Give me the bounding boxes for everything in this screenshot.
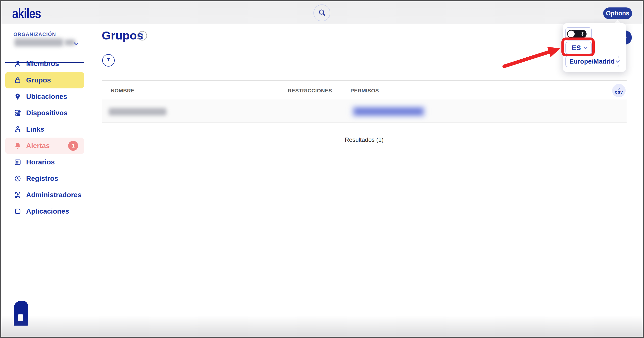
options-button-label: Options [606, 10, 629, 17]
sidebar-item-label: Dispositivos [26, 109, 68, 117]
app-window: akiles Options ORGANIZACIÓN [0, 0, 644, 338]
sidebar-item-label: Aplicaciones [26, 207, 69, 215]
lock-icon [14, 76, 22, 84]
column-header-nombre: NOMBRE [111, 88, 134, 94]
sidebar-item-label: Registros [26, 174, 58, 182]
sidebar-item-grupos[interactable]: Grupos [5, 72, 84, 88]
sidebar-item-label: Alertas [26, 142, 50, 150]
groups-table: NOMBRE RESTRICCIONES PERMISOS CSV [102, 80, 626, 123]
organization-name-redacted [14, 38, 63, 46]
organization-select[interactable] [1, 36, 85, 50]
calendar-icon [14, 158, 22, 166]
theme-toggle-pill [567, 30, 586, 38]
theme-toggle-knob [568, 30, 574, 37]
page-title: Grupos [102, 28, 143, 42]
network-icon [14, 125, 22, 133]
akiles-logomark [14, 301, 28, 326]
chevron-down-icon [615, 58, 621, 65]
sidebar-item-horarios[interactable]: Horarios [5, 154, 84, 170]
annotation-red-arrow [499, 43, 568, 73]
language-select[interactable]: ES [566, 42, 592, 54]
admin-person-icon [14, 191, 22, 199]
sidebar-item-label: Miembros [26, 60, 59, 68]
options-button[interactable]: Options [603, 7, 632, 19]
app-square-icon [14, 207, 22, 215]
bottom-gradient [1, 316, 643, 337]
column-header-restricciones: RESTRICCIONES [288, 88, 332, 94]
sidebar: ORGANIZACIÓN Miembros [1, 24, 85, 337]
info-icon[interactable]: i [138, 31, 147, 40]
sidebar-item-links[interactable]: Links [5, 121, 84, 138]
results-count: Resultados (1) [102, 136, 626, 143]
search-button[interactable] [314, 4, 330, 21]
chevron-down-icon [582, 45, 589, 51]
sidebar-item-label: Administradores [26, 191, 82, 199]
sidebar-item-label: Horarios [26, 158, 55, 166]
funnel-icon [105, 57, 112, 64]
sun-icon [580, 31, 585, 37]
csv-button-label: CSV [615, 90, 623, 94]
language-select-value: ES [572, 44, 581, 52]
akiles-logo[interactable]: akiles [12, 5, 41, 21]
theme-toggle[interactable] [566, 27, 592, 40]
alert-count-badge: 1 [68, 141, 78, 151]
table-header-row: NOMBRE RESTRICCIONES PERMISOS CSV [102, 80, 626, 100]
sidebar-item-label: Grupos [26, 76, 51, 84]
sidebar-item-ubicaciones[interactable]: Ubicaciones [5, 88, 84, 105]
top-header-bar: akiles Options [1, 1, 643, 24]
options-popover: ES Europe/Madrid [563, 23, 626, 72]
sidebar-item-aplicaciones[interactable]: Aplicaciones [5, 203, 84, 219]
bell-icon [14, 142, 22, 150]
map-pin-icon [14, 93, 22, 101]
sidebar-item-alertas[interactable]: Alertas 1 [5, 138, 84, 154]
sidebar-nav: Miembros Grupos Ubicaciones [1, 56, 85, 219]
sidebar-item-label: Ubicaciones [26, 93, 67, 101]
sidebar-item-dispositivos[interactable]: Dispositivos [5, 105, 84, 121]
history-clock-icon [14, 174, 22, 182]
sidebar-item-miembros[interactable]: Miembros [5, 56, 84, 72]
sidebar-item-label: Links [26, 125, 44, 133]
sidebar-item-administradores[interactable]: Administradores [5, 187, 84, 203]
sidebar-item-registros[interactable]: Registros [5, 170, 84, 187]
filter-button[interactable] [102, 54, 115, 67]
logomark-counter [18, 314, 23, 321]
row-permissions-link-redacted[interactable] [351, 106, 426, 118]
table-row[interactable] [102, 100, 626, 123]
search-icon [318, 8, 326, 18]
column-header-permisos: PERMISOS [350, 88, 379, 94]
chevron-down-icon [72, 40, 80, 48]
toggles-icon [14, 109, 22, 117]
csv-download-button[interactable]: CSV [612, 84, 626, 97]
timezone-select-value: Europe/Madrid [570, 58, 615, 65]
row-permissions-link-text-redacted [354, 108, 423, 115]
timezone-select[interactable]: Europe/Madrid [566, 56, 619, 67]
row-name-redacted [109, 108, 166, 116]
person-icon [14, 60, 22, 68]
